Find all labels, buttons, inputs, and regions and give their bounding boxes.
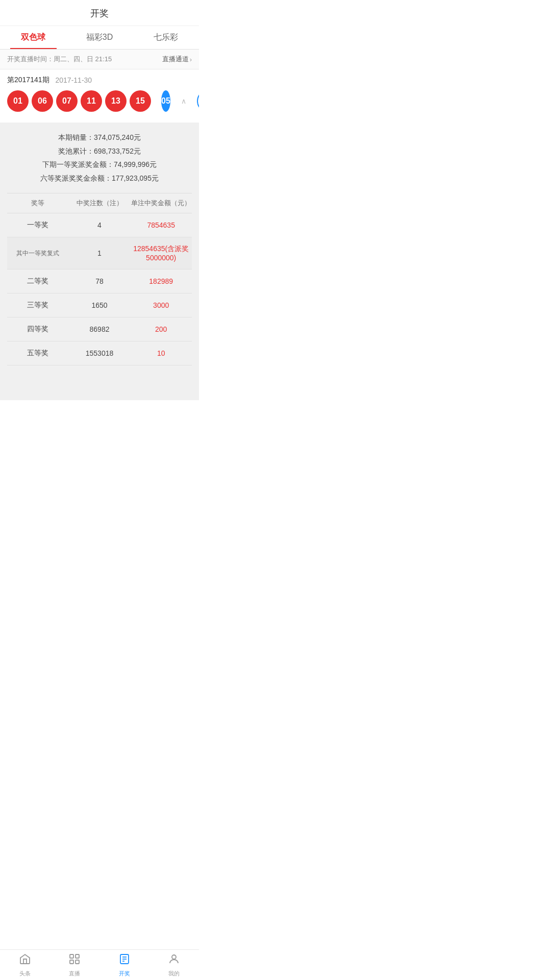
triangle-pointer bbox=[93, 116, 106, 122]
broadcast-time: 开奖直播时间：周二、四、日 21:15 bbox=[7, 55, 112, 64]
prize-amount-3: 3000 bbox=[130, 301, 192, 309]
prize-count-3: 1650 bbox=[69, 301, 131, 309]
prize-amount-1: 7854635 bbox=[130, 221, 192, 229]
header-level: 奖等 bbox=[7, 199, 69, 208]
header-amount: 单注中奖金额（元） bbox=[130, 199, 192, 208]
tab-shuang[interactable]: 双色球 bbox=[0, 26, 66, 49]
red-ball-3: 07 bbox=[56, 90, 78, 112]
video-button[interactable]: 📹 bbox=[197, 90, 199, 112]
prize-count-1: 4 bbox=[69, 221, 131, 229]
page-title: 开奖 bbox=[0, 0, 199, 26]
draw-header: 第2017141期 2017-11-30 bbox=[7, 76, 192, 85]
red-ball-4: 11 bbox=[81, 90, 102, 112]
prize-level-1: 一等奖 bbox=[7, 220, 69, 230]
red-ball-6: 15 bbox=[130, 90, 151, 112]
prize-amount-sub: 12854635(含派奖5000000) bbox=[130, 244, 192, 262]
broadcast-bar: 开奖直播时间：周二、四、日 21:15 直播通道 › bbox=[0, 50, 199, 69]
chevron-right-icon: › bbox=[190, 56, 192, 63]
balls-right-controls: ∧ 📹 bbox=[176, 90, 199, 112]
prize-count-sub: 1 bbox=[69, 249, 131, 257]
summary-next-first: 下期一等奖派奖金额：74,999,996元 bbox=[7, 158, 192, 172]
prize-level-3: 三等奖 bbox=[7, 301, 69, 310]
prize-row-5: 五等奖 1553018 10 bbox=[7, 341, 192, 365]
prize-level-sub: 其中一等奖复式 bbox=[7, 249, 69, 258]
prize-table-header: 奖等 中奖注数（注） 单注中奖金额（元） bbox=[7, 193, 192, 213]
balls-row: 01 06 07 11 13 15 05 ∧ 📹 bbox=[7, 90, 192, 112]
prize-count-2: 78 bbox=[69, 277, 131, 285]
broadcast-link[interactable]: 直播通道 › bbox=[162, 55, 192, 64]
red-ball-2: 06 bbox=[32, 90, 53, 112]
prize-amount-5: 10 bbox=[130, 349, 192, 357]
collapse-button[interactable]: ∧ bbox=[176, 93, 192, 109]
prize-row-2: 二等奖 78 182989 bbox=[7, 270, 192, 293]
prize-row-3: 三等奖 1650 3000 bbox=[7, 293, 192, 317]
prize-level-5: 五等奖 bbox=[7, 349, 69, 358]
tab-fucai3d[interactable]: 福彩3D bbox=[66, 26, 133, 49]
red-balls-container: 01 06 07 11 13 15 bbox=[7, 90, 151, 112]
draw-period: 第2017141期 bbox=[7, 76, 49, 85]
prize-count-4: 86982 bbox=[69, 325, 131, 333]
broadcast-link-text: 直播通道 bbox=[162, 55, 189, 64]
prize-amount-4: 200 bbox=[130, 325, 192, 333]
prize-level-4: 四等奖 bbox=[7, 325, 69, 334]
prize-row-4: 四等奖 86982 200 bbox=[7, 317, 192, 341]
detail-panel: 本期销量：374,075,240元 奖池累计：698,733,752元 下期一等… bbox=[0, 122, 199, 400]
prize-row-1: 一等奖 4 7854635 bbox=[7, 213, 192, 237]
draw-date: 2017-11-30 bbox=[56, 76, 92, 84]
header-count: 中奖注数（注） bbox=[69, 199, 131, 208]
tab-bar: 双色球 福彩3D 七乐彩 bbox=[0, 26, 199, 50]
blue-ball: 05 bbox=[161, 90, 170, 112]
summary-sixth: 六等奖派奖奖金余额：177,923,095元 bbox=[7, 172, 192, 185]
summary-pool: 奖池累计：698,733,752元 bbox=[7, 144, 192, 158]
summary-info: 本期销量：374,075,240元 奖池累计：698,733,752元 下期一等… bbox=[7, 131, 192, 185]
summary-sales: 本期销量：374,075,240元 bbox=[7, 131, 192, 144]
tab-qilecai[interactable]: 七乐彩 bbox=[133, 26, 199, 49]
red-ball-1: 01 bbox=[7, 90, 29, 112]
prize-row-sub: 其中一等奖复式 1 12854635(含派奖5000000) bbox=[7, 237, 192, 270]
red-ball-5: 13 bbox=[105, 90, 127, 112]
draw-section: 第2017141期 2017-11-30 01 06 07 11 13 15 0… bbox=[0, 69, 199, 112]
prize-amount-2: 182989 bbox=[130, 277, 192, 285]
prize-level-2: 二等奖 bbox=[7, 277, 69, 286]
prize-count-5: 1553018 bbox=[69, 349, 131, 357]
